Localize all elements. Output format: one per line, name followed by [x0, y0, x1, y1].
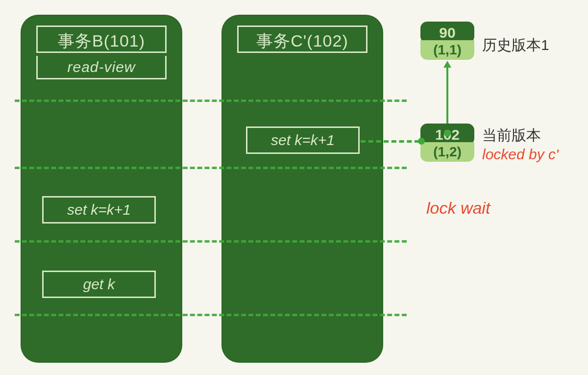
version-node-2: 102 (1,2)	[420, 124, 474, 162]
timeline-row-3	[15, 240, 407, 243]
version-2-row: (1,2)	[420, 142, 474, 162]
transaction-b-op-set: set k=k+1	[42, 196, 156, 224]
transaction-b-op-get: get k	[42, 271, 156, 298]
lock-wait-note: lock wait	[426, 199, 490, 218]
timeline-row-4	[15, 314, 407, 316]
version-chain-arrow-icon	[443, 61, 451, 68]
timeline-row-2	[15, 167, 407, 169]
transaction-c-title: 事务C'(102)	[237, 25, 368, 53]
transaction-b-title: 事务B(101)	[36, 25, 167, 53]
version-node-1: 90 (1,1)	[420, 22, 474, 60]
transaction-c-column: 事务C'(102) set k=k+1	[221, 15, 383, 363]
timeline-row-1	[15, 100, 407, 102]
version-chain-origin-dot	[444, 130, 451, 137]
transaction-b-readview: read-view	[36, 56, 167, 79]
transaction-c-op-set: set k=k+1	[246, 126, 360, 154]
version-1-label: 历史版本1	[482, 35, 549, 55]
version-chain-link	[446, 67, 448, 124]
transaction-b-column: 事务B(101) read-view set k=k+1 get k	[21, 15, 182, 363]
version-2-lock-note: locked by c'	[482, 146, 559, 163]
version-2-label: 当前版本	[482, 125, 541, 146]
op-to-version-connector	[361, 140, 419, 143]
version-1-row: (1,1)	[420, 40, 474, 60]
op-to-version-endpoint-dot	[418, 138, 425, 145]
